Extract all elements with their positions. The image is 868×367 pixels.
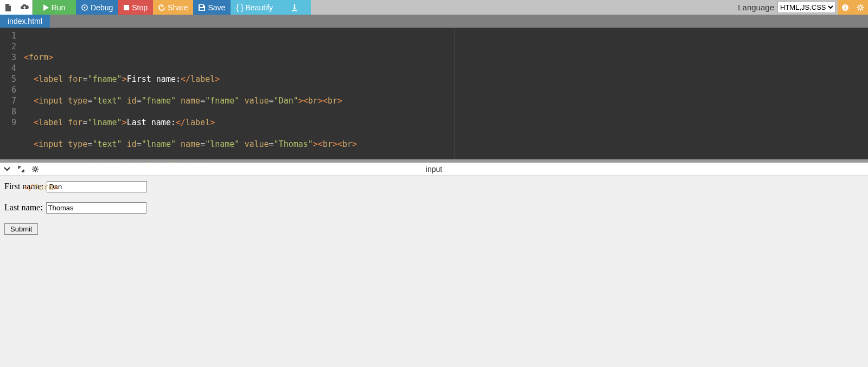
svg-rect-3: [200, 5, 203, 7]
code-area[interactable]: <form> <label for="fname">First name:</l…: [21, 28, 868, 159]
code-line-9: [24, 226, 868, 236]
output-title: input: [426, 165, 442, 173]
svg-line-24: [33, 171, 34, 172]
line-number: 8: [0, 106, 21, 117]
svg-line-16: [862, 5, 863, 6]
collapse-button[interactable]: [0, 165, 14, 173]
svg-line-14: [862, 9, 863, 10]
svg-point-8: [859, 6, 862, 9]
download-button[interactable]: [278, 0, 311, 15]
code-editor[interactable]: 1 2 3 4 5 6 7 8 9 <form> <label for="fna…: [0, 28, 868, 159]
gutter: 1 2 3 4 5 6 7 8 9: [0, 28, 21, 159]
line-number: 9: [0, 117, 21, 128]
line-number: 6: [0, 85, 21, 95]
info-icon: i: [841, 4, 849, 11]
share-button[interactable]: Share: [153, 0, 193, 15]
svg-line-15: [858, 9, 859, 10]
new-file-button[interactable]: [0, 0, 16, 15]
file-icon: [5, 4, 11, 11]
upload-button[interactable]: [16, 0, 33, 15]
svg-rect-4: [200, 8, 204, 10]
code-line-4: <label for="lname">Last name:</label>: [24, 117, 868, 128]
line-number: 4: [0, 63, 21, 74]
debug-button[interactable]: Debug: [76, 0, 118, 15]
code-line-7: </form>: [24, 182, 868, 193]
line-number: 7: [0, 95, 21, 106]
output-settings-button[interactable]: [28, 165, 42, 173]
svg-text:i: i: [845, 5, 846, 11]
svg-rect-2: [124, 5, 129, 10]
beautify-button[interactable]: { } Beautify: [231, 0, 278, 15]
stop-icon: [124, 5, 129, 10]
svg-point-1: [84, 7, 86, 8]
tab-bar: index.html: [0, 15, 868, 28]
code-line-5: <input type="text" id="lname" name="lnam…: [24, 139, 868, 150]
tab-index-html[interactable]: index.html: [0, 15, 50, 28]
svg-point-17: [34, 168, 37, 170]
stop-button[interactable]: Stop: [118, 0, 153, 15]
expand-icon: [17, 165, 25, 173]
toolbar-spacer: [311, 0, 735, 15]
cloud-upload-icon: [20, 4, 29, 11]
gear-icon: [857, 4, 864, 11]
language-label: Language: [735, 0, 777, 15]
output-header: input: [0, 163, 868, 176]
download-icon: [291, 4, 298, 11]
editor-split-line: [455, 28, 455, 159]
settings-button[interactable]: [853, 0, 868, 15]
info-button[interactable]: i: [838, 0, 853, 15]
save-button[interactable]: Save: [193, 0, 231, 15]
svg-line-25: [37, 166, 38, 168]
save-label: Save: [208, 3, 225, 12]
share-label: Share: [168, 3, 188, 12]
svg-rect-5: [292, 10, 297, 11]
code-line-8: [24, 204, 868, 215]
code-line-3: <input type="text" id="fname" name="fnam…: [24, 95, 868, 106]
chevron-down-icon: [3, 165, 11, 173]
share-icon: [158, 4, 165, 11]
svg-line-23: [37, 171, 38, 172]
play-icon: [43, 4, 49, 11]
beautify-label: { } Beautify: [236, 3, 273, 12]
line-number: 3: [0, 52, 21, 63]
run-button[interactable]: Run: [33, 0, 76, 15]
stop-label: Stop: [132, 3, 148, 12]
svg-line-22: [33, 166, 34, 168]
gear-icon: [31, 165, 39, 173]
svg-line-13: [858, 5, 859, 6]
language-select[interactable]: HTML,JS,CSS: [777, 1, 835, 13]
line-number: 1: [0, 30, 21, 41]
toolbar: Run Debug Stop Share Save { } Beautify L…: [0, 0, 868, 15]
line-number: 2: [0, 41, 21, 52]
run-label: Run: [52, 3, 66, 12]
code-line-2: <label for="fname">First name:</label>: [24, 74, 868, 85]
expand-button[interactable]: [14, 165, 28, 173]
tab-label: index.html: [8, 17, 42, 25]
code-line-1: <form>: [24, 52, 868, 63]
save-icon: [199, 4, 205, 11]
debug-label: Debug: [91, 3, 113, 12]
line-number: 5: [0, 74, 21, 85]
target-icon: [81, 4, 88, 11]
